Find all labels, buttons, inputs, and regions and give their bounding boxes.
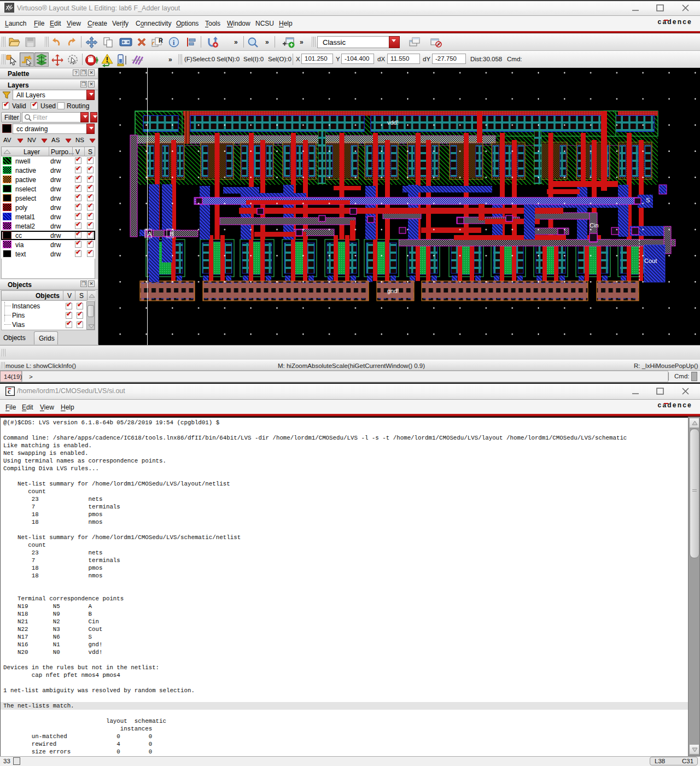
svg-text:R: R: [159, 37, 163, 44]
